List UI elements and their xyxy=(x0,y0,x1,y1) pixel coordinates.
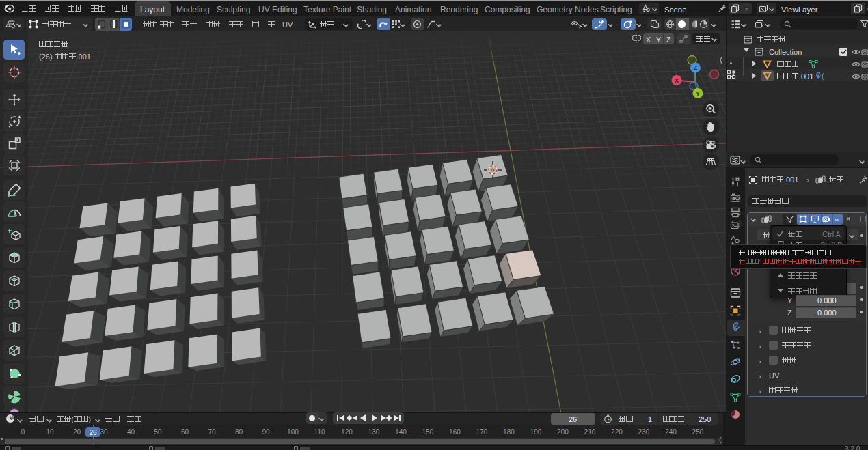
svg-text:X: X xyxy=(675,77,679,84)
svg-text:Z: Z xyxy=(694,64,698,71)
svg-text:Y: Y xyxy=(696,90,700,97)
